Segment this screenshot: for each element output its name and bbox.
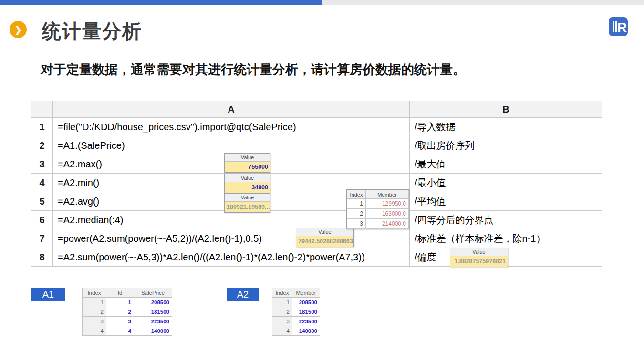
value-popup-min: Value 34900 [224, 174, 270, 193]
median-row: 1 129950.0 [347, 199, 409, 209]
column-b-header: B [410, 101, 602, 118]
a2-row: 2 181500 [272, 307, 320, 317]
value-popup-value: 34900 [225, 182, 270, 193]
a1-saleprice: 181500 [134, 307, 172, 317]
chevron-circle-icon: ❯ [10, 21, 27, 38]
a1-index-header: Index [83, 288, 106, 298]
cell-comment: /最大值 [410, 155, 602, 174]
a2-result-table: Index Member 1 208500 2 181500 3 223500 … [272, 288, 320, 336]
a1-row: 1 1 208500 [83, 298, 172, 307]
a1-saleprice: 140000 [134, 326, 172, 336]
raqsoft-logo-icon: R [609, 17, 628, 36]
row-number: 6 [31, 211, 53, 229]
a2-row: 3 223500 [272, 317, 320, 326]
row-number: 7 [31, 229, 53, 248]
table-row: 5 =A2.avg() /平均值 [31, 192, 602, 211]
top-accent-bar-blue [0, 0, 322, 5]
a1-id-header: Id [106, 288, 134, 298]
a1-index: 1 [83, 298, 106, 307]
row-number: 3 [31, 155, 53, 174]
a1-row: 4 4 140000 [83, 326, 172, 336]
a2-member: 223500 [292, 317, 320, 326]
table-row: 6 =A2.median(:4) /四等分后的分界点 [31, 211, 602, 229]
value-popup-max: Value 755000 [224, 153, 270, 173]
row-number: 8 [31, 248, 53, 267]
table-row: 8 =A2.sum(power(~-A5,3))*A2.len()/((A2.l… [31, 248, 602, 267]
top-accent-bar-gray [322, 0, 644, 5]
median-index: 1 [347, 199, 366, 209]
value-popup-stdev: Value 79442.50288288663 [296, 228, 354, 247]
a2-member-header: Member [292, 288, 320, 298]
table-row: 2 =A1.(SalePrice) /取出房价序列 [31, 136, 602, 155]
median-member: 214000.0 [366, 219, 409, 229]
svg-text:R: R [617, 20, 627, 35]
median-index: 2 [347, 209, 366, 219]
median-popup-table: Index Member 1 129950.0 2 163000.0 3 214… [347, 190, 409, 229]
value-popup-header: Value [225, 174, 270, 182]
a2-index-header: Index [272, 288, 292, 298]
median-row: 3 214000.0 [347, 219, 409, 229]
a2-index: 2 [272, 307, 292, 317]
median-member-header: Member [366, 190, 409, 199]
a2-index: 1 [272, 298, 292, 307]
cell-code: =A2.sum(power(~-A5,3))*A2.len()/((A2.len… [53, 248, 410, 267]
median-header-row: Index Member [347, 190, 409, 199]
a1-index: 2 [83, 307, 106, 317]
cell-comment: /导入数据 [410, 118, 602, 136]
a1-row: 2 2 181500 [83, 307, 172, 317]
cell-code: =file("D:/KDD/house_prices.csv").import@… [53, 118, 410, 136]
table-row: 4 =A2.min() /最小值 [31, 174, 602, 192]
row-number: 5 [31, 192, 53, 211]
a1-id: 2 [106, 307, 134, 317]
median-index-header: Index [347, 190, 366, 199]
median-index: 3 [347, 219, 366, 229]
row-number: 1 [31, 118, 53, 136]
page-title: 统计量分析 [42, 18, 142, 44]
corner-cell [31, 101, 53, 118]
value-popup-skew: Value 1.88287575976821 [450, 248, 508, 267]
a1-result-table: Index Id SalePrice 1 1 208500 2 2 181500… [82, 288, 172, 336]
a2-row: 1 208500 [272, 298, 320, 307]
value-popup-value: 1.88287575976821 [450, 256, 508, 267]
cell-code: =A1.(SalePrice) [53, 136, 410, 155]
median-member: 163000.0 [366, 209, 409, 219]
a1-index: 4 [83, 326, 106, 336]
a1-id: 1 [106, 298, 134, 307]
value-popup-header: Value [296, 228, 353, 236]
value-popup-value: 180921.19589... [225, 202, 270, 212]
median-member: 129950.0 [366, 199, 409, 209]
column-a-header: A [53, 101, 410, 118]
a2-member: 140000 [292, 326, 320, 336]
table-row: 1 =file("D:/KDD/house_prices.csv").impor… [31, 118, 602, 136]
intro-text: 对于定量数据，通常需要对其进行统计量分析，请计算房价数据的统计量。 [41, 61, 466, 78]
a2-index: 3 [272, 317, 292, 326]
cell-comment: /最小值 [410, 174, 602, 192]
cell-comment: /标准差（样本标准差，除n-1） [410, 229, 602, 248]
a1-id: 4 [106, 326, 134, 336]
a2-index: 4 [272, 326, 292, 336]
median-row: 2 163000.0 [347, 209, 409, 219]
cell-comment: /四等分后的分界点 [410, 211, 602, 229]
a2-member: 181500 [292, 307, 320, 317]
a1-saleprice: 208500 [134, 298, 172, 307]
row-number: 2 [31, 136, 53, 155]
a1-saleprice-header: SalePrice [134, 288, 172, 298]
value-popup-header: Value [225, 154, 270, 162]
a2-header-row: Index Member [272, 288, 320, 298]
a2-member: 208500 [292, 298, 320, 307]
value-popup-header: Value [450, 248, 508, 256]
median-popup: Index Member 1 129950.0 2 163000.0 3 214… [346, 189, 409, 229]
a1-index: 3 [83, 317, 106, 326]
a2-row: 4 140000 [272, 326, 320, 336]
cell-label-a1: A1 [31, 288, 65, 301]
a1-saleprice: 223500 [134, 317, 172, 326]
cell-comment: /平均值 [410, 192, 602, 211]
code-grid-header-row: A B [31, 101, 602, 118]
table-row: 3 =A2.max() /最大值 [31, 155, 602, 174]
cell-comment: /取出房价序列 [410, 136, 602, 155]
a1-row: 3 3 223500 [83, 317, 172, 326]
row-number: 4 [31, 174, 53, 192]
value-popup-header: Value [225, 194, 270, 202]
a1-header-row: Index Id SalePrice [83, 288, 172, 298]
cell-code: =power(A2.sum(power(~-A5,2))/(A2.len()-1… [53, 229, 410, 248]
